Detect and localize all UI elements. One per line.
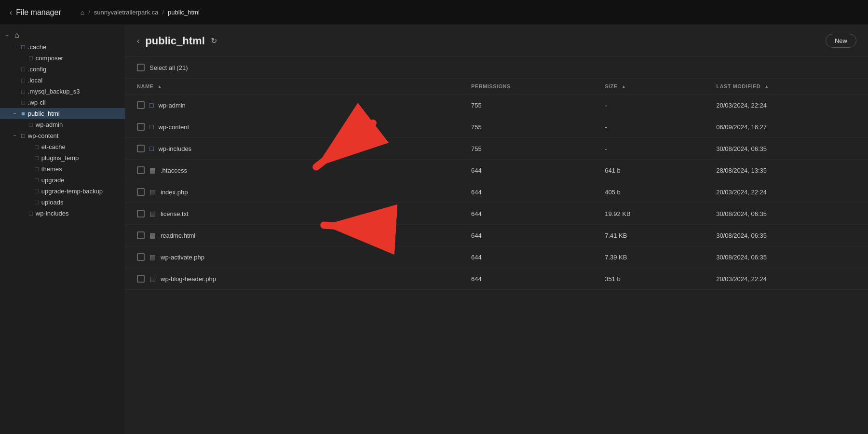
file-icon: ▤ [149, 210, 156, 217]
sidebar-label-composer: composer [36, 54, 63, 62]
sidebar-item-public-html[interactable]: − ■ public_html [0, 108, 125, 119]
table-row[interactable]: □wp-includes755-30/08/2024, 06:35 [125, 138, 868, 160]
sidebar-item-upgrade[interactable]: □ upgrade [0, 175, 125, 186]
file-permissions: 644 [460, 225, 593, 246]
file-size: 351 b [593, 268, 705, 290]
row-checkbox[interactable] [137, 123, 145, 131]
table-row[interactable]: □wp-admin755-20/03/2024, 22:24 [125, 95, 868, 116]
file-name[interactable]: wp-admin [158, 102, 185, 109]
sidebar-item-mysql-backup[interactable]: □ .mysql_backup_s3 [0, 86, 125, 97]
table-row[interactable]: ▤.htaccess644641 b28/08/2024, 13:35 [125, 160, 868, 181]
file-name[interactable]: wp-includes [158, 145, 191, 152]
sidebar-item-local[interactable]: □ .local [0, 75, 125, 86]
row-checkbox[interactable] [137, 166, 145, 174]
new-button[interactable]: New [826, 34, 856, 48]
folder-icon: □ [29, 54, 33, 62]
file-name[interactable]: wp-activate.php [161, 254, 204, 261]
table-row[interactable]: ▤index.php644405 b20/03/2024, 22:24 [125, 181, 868, 203]
file-permissions: 644 [460, 160, 593, 181]
col-header-permissions[interactable]: PERMISSIONS [460, 79, 593, 95]
folder-icon: □ [21, 66, 25, 73]
file-modified-date: 30/08/2024, 06:35 [705, 225, 868, 246]
table-row[interactable]: ▤readme.html6447.41 KB30/08/2024, 06:35 [125, 225, 868, 246]
col-header-name[interactable]: NAME ▲ [125, 79, 460, 95]
breadcrumb-domain[interactable]: sunnyvaletrailerpark.ca [94, 9, 159, 16]
row-checkbox[interactable] [137, 145, 145, 152]
row-checkbox[interactable] [137, 253, 145, 261]
file-icon: ▤ [149, 275, 156, 283]
folder-icon: □ [21, 99, 25, 106]
folder-icon: □ [29, 210, 33, 217]
row-checkbox[interactable] [137, 210, 145, 217]
folder-icon: □ [21, 77, 25, 84]
table-row[interactable]: ▤wp-blog-header.php644351 b20/03/2024, 2… [125, 268, 868, 290]
sidebar-label-wpcli: .wp-cli [28, 99, 46, 106]
row-checkbox[interactable] [137, 101, 145, 109]
file-size: - [593, 116, 705, 138]
file-modified-date: 28/08/2024, 13:35 [705, 160, 868, 181]
folder-icon: □ [35, 199, 39, 206]
file-table-container: NAME ▲ PERMISSIONS SIZE ▲ LAST MODIFIED … [125, 79, 868, 434]
sidebar-item-uploads[interactable]: □ uploads [0, 197, 125, 208]
folder-icon: □ [35, 154, 39, 162]
row-checkbox[interactable] [137, 188, 145, 196]
table-row[interactable]: □wp-content755-06/09/2024, 16:27 [125, 116, 868, 138]
sidebar-item-home[interactable]: − ⌂ [0, 29, 125, 41]
select-all-label[interactable]: Select all (21) [149, 64, 188, 71]
sidebar-item-wpadmin[interactable]: □ wp-admin [0, 119, 125, 130]
file-name[interactable]: readme.html [161, 232, 195, 239]
content-area: ‹ public_html ↻ New Select all (21) NAME… [125, 25, 868, 434]
sidebar-item-themes[interactable]: □ themes [0, 163, 125, 175]
file-table: NAME ▲ PERMISSIONS SIZE ▲ LAST MODIFIED … [125, 79, 868, 290]
app-back-button[interactable]: ‹ [10, 8, 12, 17]
sidebar-item-wpincludes[interactable]: □ wp-includes [0, 208, 125, 219]
breadcrumb-sep1: / [88, 9, 90, 16]
sidebar-label-wpadmin: wp-admin [36, 121, 63, 128]
folder-title: public_html [145, 35, 204, 47]
sidebar-label-mysql: .mysql_backup_s3 [28, 88, 80, 95]
toggle-pubhtml: − [12, 111, 18, 116]
file-name[interactable]: wp-content [158, 123, 189, 131]
sidebar-label-wpincludes: wp-includes [36, 210, 69, 217]
file-name[interactable]: license.txt [161, 210, 189, 217]
sidebar-item-cache[interactable]: − □ .cache [0, 41, 125, 53]
file-icon: ▤ [149, 231, 156, 239]
col-header-last-modified[interactable]: LAST MODIFIED ▲ [705, 79, 868, 95]
select-all-checkbox[interactable] [137, 64, 145, 71]
file-name[interactable]: wp-blog-header.php [161, 275, 216, 283]
folder-icon: □ [149, 101, 153, 109]
sidebar-item-wpcontent[interactable]: − □ wp-content [0, 130, 125, 141]
sidebar-item-plugins-temp[interactable]: □ plugins_temp [0, 152, 125, 163]
sidebar-item-wpcli[interactable]: □ .wp-cli [0, 97, 125, 108]
row-checkbox[interactable] [137, 275, 145, 283]
folder-back-button[interactable]: ‹ [137, 37, 139, 45]
home-icon: ⌂ [14, 31, 19, 40]
col-header-size[interactable]: SIZE ▲ [593, 79, 705, 95]
sidebar-item-upgrade-temp[interactable]: □ upgrade-temp-backup [0, 186, 125, 197]
folder-icon: □ [35, 176, 39, 184]
breadcrumb-home-icon[interactable]: ⌂ [81, 9, 84, 16]
table-row[interactable]: ▤wp-activate.php6447.39 KB30/08/2024, 06… [125, 246, 868, 268]
row-checkbox[interactable] [137, 231, 145, 239]
folder-icon: □ [35, 188, 39, 195]
file-permissions: 644 [460, 246, 593, 268]
file-name[interactable]: index.php [161, 189, 188, 196]
file-modified-date: 30/08/2024, 06:35 [705, 138, 868, 160]
table-row[interactable]: ▤license.txt64419.92 KB30/08/2024, 06:35 [125, 203, 868, 225]
refresh-button[interactable]: ↻ [211, 36, 217, 45]
file-modified-date: 20/03/2024, 22:24 [705, 181, 868, 203]
sort-date-icon: ▲ [764, 84, 769, 89]
toggle-icon: − [4, 33, 11, 38]
app-title: File manager [16, 8, 61, 17]
file-modified-date: 06/09/2024, 16:27 [705, 116, 868, 138]
folder-icon: □ [29, 121, 33, 128]
sidebar-item-composer[interactable]: □ composer [0, 53, 125, 64]
content-header: ‹ public_html ↻ New [125, 25, 868, 57]
file-modified-date: 30/08/2024, 06:35 [705, 203, 868, 225]
sidebar-label-upgrade-temp: upgrade-temp-backup [41, 188, 103, 195]
file-name[interactable]: .htaccess [161, 167, 187, 174]
breadcrumb-current[interactable]: public_html [168, 9, 200, 16]
sidebar-item-config[interactable]: □ .config [0, 64, 125, 75]
sidebar-label-etcache: et-cache [41, 143, 66, 150]
sidebar-item-etcache[interactable]: □ et-cache [0, 141, 125, 152]
